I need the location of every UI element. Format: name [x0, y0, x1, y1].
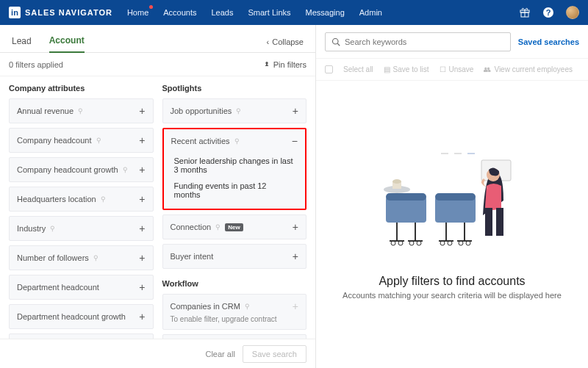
nav-links: Home Accounts Leads Smart Links Messagin… [127, 8, 382, 17]
avatar[interactable] [566, 6, 579, 19]
plus-icon: + [139, 281, 145, 293]
filter-label: Company headcount [17, 136, 92, 145]
option-funding-events[interactable]: Funding events in past 12 months [171, 178, 298, 203]
filter-headquarters-location[interactable]: Headquarters location⚲+ [9, 187, 154, 212]
filter-recent-activities-header[interactable]: Recent activities⚲− [164, 129, 306, 153]
clear-all-button[interactable]: Clear all [205, 350, 234, 358]
empty-subtitle: Accounts matching your search criteria w… [343, 291, 562, 300]
pin-icon: ⚲ [234, 137, 240, 145]
brand-text: SALES NAVIGATOR [25, 8, 112, 17]
svg-rect-7 [441, 153, 448, 154]
filter-company-headcount[interactable]: Company headcount⚲+ [9, 128, 154, 153]
empty-title: Apply filters to find accounts [379, 275, 525, 288]
search-box[interactable] [325, 32, 511, 51]
filter-panel: Lead Account ‹ Collapse 0 filters applie… [0, 25, 316, 368]
filter-number-of-followers[interactable]: Number of followers⚲+ [9, 245, 154, 270]
nav-messaging[interactable]: Messaging [306, 8, 345, 17]
chevron-left-icon: ‹ [267, 37, 270, 46]
top-nav: in SALES NAVIGATOR Home Accounts Leads S… [0, 0, 588, 25]
collapse-button[interactable]: ‹ Collapse [267, 37, 304, 52]
plus-icon: + [139, 223, 145, 234]
filter-connection[interactable]: Connection⚲New+ [162, 214, 307, 239]
filter-label: Department headcount growth [17, 312, 126, 321]
heading-workflow: Workflow [162, 279, 307, 288]
filter-buyer-intent[interactable]: Buyer intent+ [162, 244, 307, 269]
svg-rect-15 [386, 193, 426, 201]
new-badge: New [225, 223, 243, 231]
nav-accounts[interactable]: Accounts [163, 8, 196, 17]
unsave-button: ☐Unsave [440, 65, 474, 73]
filter-label: Buyer intent [171, 252, 214, 261]
col-company-attributes: Company attributes Annual revenue⚲+ Comp… [9, 84, 154, 331]
filter-job-opportunities[interactable]: Job opportunities⚲+ [162, 98, 307, 123]
filter-recent-activities: Recent activities⚲− Senior leadership ch… [162, 128, 307, 210]
svg-rect-16 [435, 197, 476, 223]
filter-footer: Clear all Save search [0, 339, 315, 368]
search-icon [331, 37, 340, 46]
save-search-button[interactable]: Save search [243, 345, 306, 363]
pin-icon: ⚲ [123, 166, 128, 173]
bookmark-icon: ▤ [384, 65, 390, 73]
plus-icon: + [139, 134, 145, 146]
filter-label: Headquarters location [17, 195, 96, 203]
filter-fortune[interactable]: Fortune+ [9, 333, 154, 339]
filter-industry[interactable]: Industry⚲+ [9, 216, 154, 241]
option-senior-leadership-changes[interactable]: Senior leadership changes in last 3 mont… [171, 153, 298, 178]
plus-icon: + [139, 105, 145, 117]
empty-state: Apply filters to find accounts Accounts … [316, 81, 588, 368]
heading-spotlights: Spotlights [162, 84, 307, 93]
svg-rect-13 [496, 208, 503, 236]
pin-icon [263, 61, 270, 68]
filter-label: Connection [171, 223, 212, 231]
pin-icon: ⚲ [101, 195, 106, 203]
svg-rect-17 [435, 193, 476, 201]
svg-rect-12 [485, 208, 492, 236]
help-icon[interactable]: ? [542, 7, 554, 18]
svg-line-6 [337, 43, 340, 46]
filter-label: Department headcount [17, 283, 99, 292]
plus-icon: + [293, 221, 298, 233]
plus-icon: + [293, 300, 298, 312]
pin-filters-button[interactable]: Pin filters [263, 60, 306, 69]
collapse-label: Collapse [272, 37, 304, 46]
view-employees-button: 👥︎View current employees [484, 65, 573, 73]
nav-home[interactable]: Home [127, 8, 148, 17]
svg-point-5 [333, 38, 339, 44]
minus-icon: − [292, 135, 298, 147]
filter-label: Job opportunities [171, 107, 232, 115]
notification-dot-icon [149, 5, 153, 9]
filters-applied-text: 0 filters applied [9, 60, 63, 69]
nav-leads[interactable]: Leads [212, 8, 234, 17]
unsave-label: Unsave [449, 65, 474, 73]
filter-companies-in-crm[interactable]: Companies in CRM⚲+ To enable filter, upg… [162, 294, 307, 330]
search-input[interactable] [345, 37, 504, 46]
tab-lead[interactable]: Lead [12, 32, 32, 52]
filter-label: Companies in CRM [171, 302, 240, 311]
tab-account[interactable]: Account [49, 31, 85, 53]
saved-searches-link[interactable]: Saved searches [518, 37, 579, 46]
filter-annual-revenue[interactable]: Annual revenue⚲+ [9, 98, 154, 123]
plus-icon: + [139, 311, 145, 322]
filter-label: Company headcount growth [17, 165, 118, 174]
gift-icon[interactable] [519, 7, 531, 18]
svg-point-36 [392, 179, 401, 184]
filter-body: Company attributes Annual revenue⚲+ Comp… [0, 76, 315, 339]
nav-admin[interactable]: Admin [359, 8, 382, 17]
filter-label: Annual revenue [17, 107, 74, 115]
search-row: Saved searches [316, 25, 588, 59]
results-panel: Saved searches Select all ▤Save to list … [316, 25, 588, 368]
nav-home-label: Home [127, 8, 148, 17]
select-all-checkbox[interactable] [325, 65, 333, 73]
select-all-label: Select all [343, 65, 373, 73]
filter-department-headcount-growth[interactable]: Department headcount growth+ [9, 304, 154, 329]
unsave-icon: ☐ [440, 65, 446, 73]
svg-rect-8 [454, 153, 462, 154]
pin-icon: ⚲ [50, 225, 55, 232]
pin-icon: ⚲ [245, 303, 250, 310]
filter-company-headcount-growth[interactable]: Company headcount growth⚲+ [9, 157, 154, 182]
filter-tabs: Lead Account ‹ Collapse [0, 25, 315, 53]
nav-smart-links[interactable]: Smart Links [248, 8, 290, 17]
filter-department-headcount[interactable]: Department headcount+ [9, 275, 154, 300]
filter-label: Number of followers [17, 253, 89, 262]
view-employees-label: View current employees [494, 65, 573, 73]
